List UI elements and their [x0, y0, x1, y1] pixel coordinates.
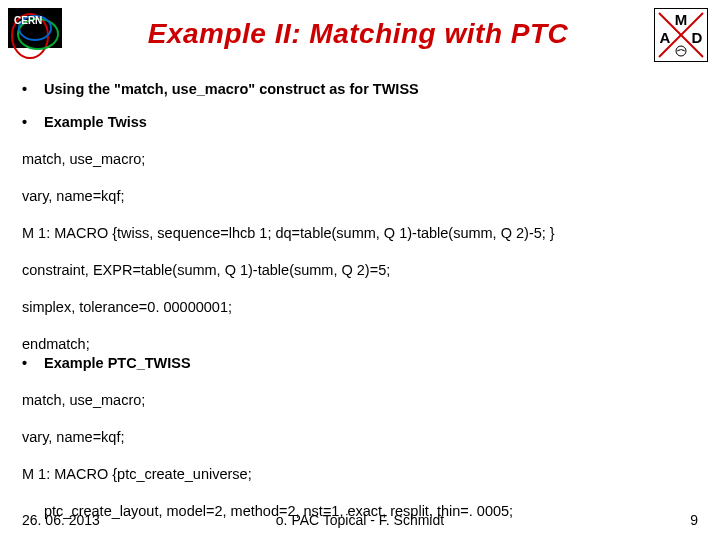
slide-title: Example II: Matching with PTC: [62, 8, 654, 50]
header: CERN Example II: Matching with PTC M A D: [0, 0, 720, 62]
code-line: match, use_macro;: [22, 150, 698, 169]
mad-d-icon: D: [692, 29, 703, 46]
twiss-code-block: match, use_macro; vary, name=kqf; M 1: M…: [22, 131, 698, 354]
code-line: vary, name=kqf;: [22, 187, 698, 206]
twiss-head-text: Example Twiss: [44, 114, 147, 130]
code-line: endmatch;: [22, 335, 698, 354]
code-line: M 1: MACRO {twiss, sequence=lhcb 1; dq=t…: [22, 224, 698, 243]
ptc-head-text: Example PTC_TWISS: [44, 355, 191, 371]
code-line: M 1: MACRO {ptc_create_universe;: [22, 465, 698, 484]
code-line: simplex, tolerance=0. 00000001;: [22, 298, 698, 317]
cern-logo: CERN: [8, 8, 62, 62]
code-line: constraint, EXPR=table(summ, Q 1)-table(…: [22, 261, 698, 280]
code-line: match, use_macro;: [22, 391, 698, 410]
svg-point-8: [678, 49, 679, 50]
code-line: vary, name=kqf;: [22, 428, 698, 447]
svg-text:CERN: CERN: [14, 15, 42, 26]
svg-point-9: [682, 49, 683, 50]
ptc-heading: •Example PTC_TWISS: [22, 354, 698, 373]
intro-text: Using the "match, use_macro" construct a…: [44, 81, 419, 97]
content: •Using the "match, use_macro" construct …: [0, 62, 720, 540]
footer-page: 9: [690, 512, 698, 528]
twiss-heading: •Example Twiss: [22, 113, 698, 132]
footer-center: o. PAC Topical - F. Schmidt: [276, 512, 444, 528]
intro-bullet: •Using the "match, use_macro" construct …: [22, 80, 698, 99]
footer-date: 26. 06. 2013: [22, 512, 100, 528]
mad-a-icon: A: [660, 29, 671, 46]
footer: 26. 06. 2013 o. PAC Topical - F. Schmidt…: [0, 512, 720, 528]
mad-m-icon: M: [675, 11, 688, 28]
mad-logo: M A D: [654, 8, 708, 62]
